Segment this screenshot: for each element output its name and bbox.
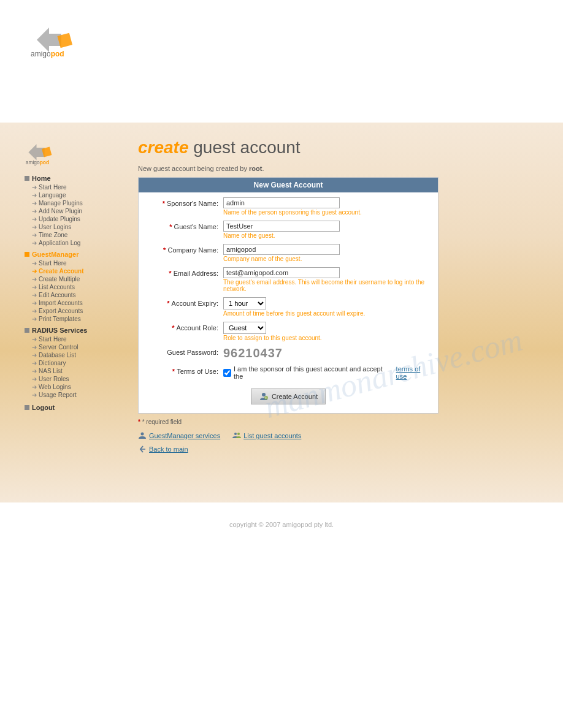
guest-password-label: Guest Password: (144, 346, 223, 356)
sidebar-item-export-accounts[interactable]: ➔Export Accounts (25, 307, 126, 315)
back-to-main-link[interactable]: Back to main (138, 445, 188, 453)
svg-point-9 (141, 433, 144, 436)
guests-name-field-group: Name of the guest. (223, 221, 433, 239)
terms-link[interactable]: terms of use (396, 365, 433, 380)
account-role-hint: Role to assign to this guest account. (223, 335, 433, 341)
sidebar-item-application-log[interactable]: ➔Application Log (25, 239, 126, 247)
page-title-create: create (138, 138, 189, 157)
create-account-button[interactable]: + Create Account (251, 389, 326, 404)
created-by-user: root (249, 165, 262, 172)
sidebar-item-dictionary[interactable]: ➔Dictionary (25, 359, 126, 367)
top-area: amigopod (0, 0, 563, 123)
guests-name-hint: Name of the guest. (223, 232, 433, 239)
email-address-field-group: The guest's email address. This will bec… (223, 267, 433, 292)
back-to-main-row: Back to main (138, 445, 538, 453)
sidebar-item-manage-plugins[interactable]: ➔Manage Plugins (25, 199, 126, 207)
nav-section-home: Home (25, 175, 126, 182)
sidebar-item-radius-start-here[interactable]: ➔Start Here (25, 335, 126, 343)
account-role-field-group: Guest Admin Role to assign to this guest… (223, 322, 433, 341)
sidebar-item-database-list[interactable]: ➔Database List (25, 351, 126, 359)
sidebar-item-add-new-plugin[interactable]: ➔Add New Plugin (25, 207, 126, 215)
sidebar-item-update-plugins[interactable]: ➔Update Plugins (25, 215, 126, 223)
guestmanager-icon (138, 431, 147, 440)
sidebar-item-list-accounts[interactable]: ➔List Accounts (25, 283, 126, 291)
guest-password-field-group: 96210437 (223, 346, 433, 360)
list-accounts-icon (232, 431, 241, 440)
company-name-input[interactable] (223, 244, 340, 255)
main-wrapper: manmonarchive.com amigopod Home ➔Start H… (0, 123, 563, 502)
sidebar-logo-icon: amigopod (25, 138, 58, 165)
company-name-hint: Company name of the guest. (223, 256, 433, 262)
sidebar-item-nas-list[interactable]: ➔NAS List (25, 367, 126, 375)
sidebar-item-start-here-home[interactable]: ➔Start Here (25, 183, 126, 191)
account-expiry-select[interactable]: 30 minutes 1 hour 2 hours 4 hours 8 hour… (223, 297, 266, 309)
account-expiry-row: * Account Expiry: 30 minutes 1 hour 2 ho… (144, 297, 433, 317)
form-body: * Sponsor's Name: Name of the person spo… (139, 192, 438, 413)
copyright-text: copyright © 2007 amigopod pty ltd. (229, 521, 334, 528)
back-icon (138, 445, 147, 453)
sidebar-item-start-here-gm[interactable]: ➔Start Here (25, 259, 126, 267)
terms-checkbox-row: I am the sponsor of this guest account a… (223, 365, 433, 380)
guest-password-row: Guest Password: 96210437 (144, 346, 433, 360)
svg-marker-3 (28, 144, 44, 160)
sidebar-item-user-logins[interactable]: ➔User Logins (25, 223, 126, 231)
sidebar-item-time-zone[interactable]: ➔Time Zone (25, 231, 126, 239)
sponsors-name-hint: Name of the person sponsoring this guest… (223, 209, 433, 216)
terms-of-use-field-group: I am the sponsor of this guest account a… (223, 365, 433, 380)
sidebar-item-create-account[interactable]: ➔Create Account (25, 267, 126, 275)
terms-checkbox[interactable] (223, 369, 231, 377)
sidebar-logo: amigopod (25, 138, 126, 165)
email-address-label: * Email Address: (144, 267, 223, 277)
amigopod-logo-icon: amigopod (31, 18, 80, 58)
company-name-label: * Company Name: (144, 244, 223, 254)
sidebar-item-language[interactable]: ➔Language (25, 191, 126, 199)
nav-section-radius: RADIUS Services (25, 327, 126, 334)
guestmanager-services-link[interactable]: GuestManager services (138, 431, 220, 440)
sidebar-item-print-templates[interactable]: ➔Print Templates (25, 315, 126, 323)
sponsors-name-label: * Sponsor's Name: (144, 197, 223, 207)
email-address-input[interactable] (223, 267, 340, 278)
sidebar-item-server-control[interactable]: ➔Server Control (25, 343, 126, 351)
sidebar-item-usage-report[interactable]: ➔Usage Report (25, 391, 126, 399)
footer: copyright © 2007 amigopod pty ltd. (0, 502, 563, 547)
sponsors-name-input[interactable] (223, 197, 340, 208)
guest-password-value: 96210437 (223, 345, 283, 360)
sidebar-item-user-roles[interactable]: ➔User Roles (25, 375, 126, 383)
guests-name-input[interactable] (223, 221, 340, 232)
list-guest-accounts-link[interactable]: List guest accounts (232, 431, 301, 440)
created-by-message: New guest account being created by root. (138, 165, 538, 172)
guests-name-row: * Guest's Name: Name of the guest. (144, 221, 433, 239)
nav-section-logout[interactable]: Logout (25, 404, 126, 411)
sidebar-item-import-accounts[interactable]: ➔Import Accounts (25, 299, 126, 307)
radius-bullet (25, 328, 29, 333)
email-address-hint: The guest's email address. This will bec… (223, 279, 433, 292)
page-title: create guest account (138, 138, 538, 157)
company-name-field-group: Company name of the guest. (223, 244, 433, 262)
guests-name-label: * Guest's Name: (144, 221, 223, 230)
logout-bullet (25, 405, 29, 410)
svg-point-11 (237, 433, 240, 435)
svg-text:+: + (265, 396, 267, 400)
new-guest-account-form: New Guest Account * Sponsor's Name: Name… (138, 177, 439, 414)
terms-text: I am the sponsor of this guest account a… (234, 365, 394, 380)
account-expiry-field-group: 30 minutes 1 hour 2 hours 4 hours 8 hour… (223, 297, 433, 317)
email-address-row: * Email Address: The guest's email addre… (144, 267, 433, 292)
terms-of-use-label: * Terms of Use: (144, 365, 223, 375)
nav-section-guestmanager: GuestManager (25, 251, 126, 258)
guestmanager-bullet (25, 252, 29, 257)
svg-point-10 (234, 433, 237, 435)
svg-text:amigopod: amigopod (31, 50, 64, 58)
sidebar-item-create-multiple[interactable]: ➔Create Multiple (25, 275, 126, 283)
account-role-row: * Account Role: Guest Admin Role to assi… (144, 322, 433, 341)
create-account-icon: + (259, 392, 269, 401)
account-role-select[interactable]: Guest Admin (223, 322, 266, 334)
top-logo: amigopod (31, 18, 532, 58)
content-area: create guest account New guest account b… (138, 135, 538, 453)
sidebar-item-web-logins[interactable]: ➔Web Logins (25, 383, 126, 391)
company-name-row: * Company Name: Company name of the gues… (144, 244, 433, 262)
account-expiry-hint: Amount of time before this guest account… (223, 310, 433, 317)
terms-of-use-row: * Terms of Use: I am the sponsor of this… (144, 365, 433, 380)
svg-text:amigopod: amigopod (26, 159, 49, 165)
svg-marker-0 (37, 28, 61, 52)
sidebar-item-edit-accounts[interactable]: ➔Edit Accounts (25, 291, 126, 299)
